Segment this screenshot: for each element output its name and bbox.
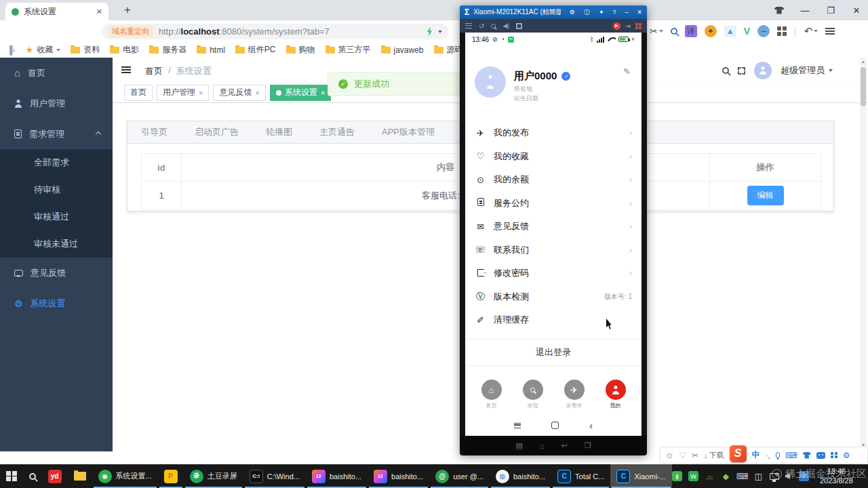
sidebar-item-feedback[interactable]: 意见反馈	[0, 258, 113, 288]
android-icon[interactable]: ⌓	[705, 471, 715, 481]
menu-item-my-posts[interactable]: ✈我的发布›	[465, 121, 642, 145]
tab-splash-ad[interactable]: 启动页广告	[181, 121, 252, 143]
sidebar-item-pending-review[interactable]: 待审核	[0, 176, 113, 203]
nav-discover[interactable]: 发现	[523, 380, 543, 409]
undo-icon[interactable]: ↶	[804, 25, 818, 37]
sidebar-item-home[interactable]: ⌂首页	[0, 58, 113, 88]
header-search-icon[interactable]	[722, 67, 729, 74]
chinese-mode-icon[interactable]: 中	[752, 449, 760, 461]
tag-home[interactable]: 首页	[124, 85, 153, 101]
sidebar-item-approved[interactable]: 审核通过	[0, 203, 113, 230]
tab-app-version[interactable]: APP版本管理	[368, 121, 448, 143]
bookmark-folder[interactable]: 组件PC	[235, 44, 276, 56]
bezel-home-icon[interactable]: ⌂	[540, 442, 545, 450]
scroll-up-icon[interactable]: ▲	[860, 59, 867, 64]
taskbar-app-xiaomi-emulator[interactable]: CXiaomi-...	[610, 464, 671, 488]
taskbar-app-screen-recorder[interactable]: 录土豆录屏	[184, 464, 243, 488]
browser-scrollbar[interactable]: ▲ ▼	[860, 58, 867, 449]
sidebar-item-all-requirements[interactable]: 全部需求	[0, 149, 113, 176]
emulator-exit-icon[interactable]: ⇥	[625, 22, 631, 30]
android-home-icon[interactable]	[551, 422, 559, 429]
tab-close-icon[interactable]: ✕	[96, 7, 102, 16]
address-bar[interactable]: 域名重定向 http://localhost:8080/system/syste…	[102, 24, 449, 39]
tab-carousel[interactable]: 轮播图	[252, 121, 306, 143]
taskbar-file-explorer[interactable]	[68, 464, 92, 488]
sogou-logo-icon[interactable]: S	[730, 445, 747, 462]
menu-item-service-terms[interactable]: 服务公约›	[465, 192, 642, 216]
favorites-button[interactable]: ★收藏	[26, 44, 61, 56]
menu-item-clear-cache[interactable]: ✐清理缓存	[465, 308, 642, 332]
tab-home-notice[interactable]: 主页通告	[306, 121, 368, 143]
bookmark-folder[interactable]: javaweb	[381, 45, 424, 55]
taskbar-app-idea-1[interactable]: IJbaishito...	[306, 464, 368, 488]
scrollbar-thumb[interactable]	[861, 67, 866, 106]
bookmark-folder[interactable]: 电影	[110, 44, 139, 56]
shield-icon[interactable]: ✦	[705, 25, 717, 37]
logout-button[interactable]: 退出登录	[465, 339, 642, 366]
sidebar-item-rejected[interactable]: 审核未通过	[0, 230, 113, 258]
wps-icon[interactable]: W	[688, 471, 698, 481]
taskbar-app-idea-2[interactable]: IJbaishito...	[368, 464, 429, 488]
nav-home[interactable]: ⌂首页	[481, 380, 502, 409]
browser-tab[interactable]: 系统设置 ✕	[5, 3, 108, 20]
bookmark-folder[interactable]: html	[197, 45, 225, 55]
toolbox-grid-icon[interactable]	[831, 452, 837, 459]
emulator-pin-icon[interactable]: ✦	[599, 9, 604, 16]
emulator-menu-icon[interactable]	[465, 23, 472, 28]
keyboard-tray-icon[interactable]: ⌨	[737, 471, 747, 481]
emulator-help-icon[interactable]: ?	[612, 9, 616, 16]
monitor-icon[interactable]	[770, 473, 779, 480]
bookmark-folder[interactable]: 购物	[286, 44, 315, 56]
menu-item-version-check[interactable]: Ⓥ版本检测版本号: 1	[465, 285, 642, 309]
collapse-sidebar-icon[interactable]	[121, 66, 131, 73]
menu-icon[interactable]	[825, 28, 835, 35]
volume-icon[interactable]	[785, 472, 793, 480]
usb-drive-icon[interactable]: ▮	[672, 471, 682, 481]
download-button[interactable]: ↓下载	[704, 450, 724, 460]
emulator-fullscreen-icon[interactable]	[516, 23, 522, 29]
tag-users[interactable]: 用户管理×	[157, 85, 209, 101]
menu-item-balance[interactable]: ⊙我的余额›	[465, 168, 642, 192]
sidebar-item-users[interactable]: 用户管理	[0, 88, 113, 119]
apps-grid-icon[interactable]	[777, 26, 787, 36]
fullscreen-icon[interactable]	[738, 67, 745, 75]
emulator-volume-icon[interactable]: ◀)	[502, 22, 509, 29]
android-menu-icon[interactable]	[514, 423, 521, 428]
sidebar-item-requirements[interactable]: 需求管理	[0, 119, 113, 149]
bookmark-folder[interactable]: 第三方平	[326, 44, 371, 56]
nav-mine[interactable]: 我的	[606, 380, 626, 409]
taskbar-app-youdao[interactable]: yd	[42, 464, 68, 488]
emulator-zoom-icon[interactable]	[491, 24, 496, 28]
device-icon[interactable]: ◫	[753, 471, 764, 481]
emoji-icon[interactable]: ☺	[665, 451, 673, 460]
taskbar-app-hbuilder[interactable]: ◍baishito...	[490, 464, 551, 488]
robot-icon[interactable]	[816, 452, 825, 459]
window-close-button[interactable]: ✕	[845, 0, 868, 20]
emulator-apps-icon[interactable]	[635, 23, 642, 29]
menu-item-feedback[interactable]: ✉意见反馈›	[465, 215, 642, 239]
taskbar-app-ssh[interactable]: @user @...	[429, 464, 490, 488]
menu-item-favorites[interactable]: ♡我的收藏›	[465, 145, 642, 169]
breadcrumb-home[interactable]: 首页	[145, 65, 163, 77]
emulator-record-icon[interactable]	[613, 22, 620, 30]
search-icon[interactable]	[671, 28, 677, 35]
translate-icon[interactable]: 译	[685, 25, 697, 37]
taskbar-app-terminal[interactable]: C:\C:\Wind...	[243, 464, 306, 488]
tag-feedback[interactable]: 意见反馈×	[213, 85, 265, 101]
screenshot-scissors-icon[interactable]: ✂	[650, 26, 663, 37]
profile-edit-icon[interactable]: ✎	[623, 66, 631, 77]
vue-devtools-icon[interactable]: V	[744, 26, 750, 37]
emulator-settings-icon[interactable]: ⚙	[570, 9, 575, 16]
emulator-titlebar[interactable]: Σ Xiaomi-M2012K11AC (精简版) ⚙ ⓘ ✦ ? – ✕	[460, 5, 647, 19]
bezel-menu-icon[interactable]: ▤	[515, 441, 522, 450]
android-back-icon[interactable]: ‹	[589, 422, 593, 429]
bookmark-folder[interactable]: 资料	[71, 44, 100, 56]
close-icon[interactable]: ×	[255, 89, 259, 97]
sidebar-item-settings[interactable]: ⚙系统设置	[0, 288, 113, 319]
ime-lang-icon[interactable]: 中	[799, 471, 809, 481]
theme-shirt-icon[interactable]	[768, 0, 791, 20]
close-icon[interactable]: ×	[199, 89, 203, 97]
taskbar-search-button[interactable]	[23, 464, 42, 488]
skin-shirt-icon[interactable]	[802, 452, 811, 459]
new-tab-button[interactable]: +	[119, 3, 136, 17]
